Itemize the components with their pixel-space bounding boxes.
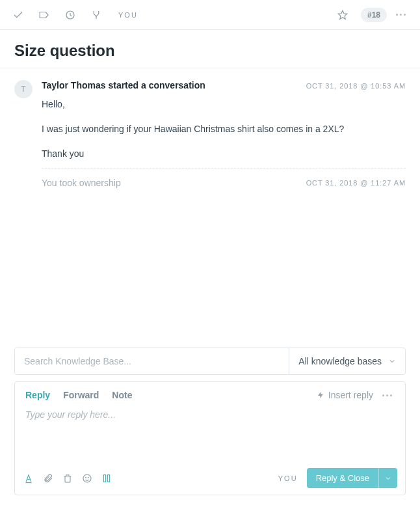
insert-reply-label: Insert reply: [328, 390, 373, 400]
message-author-line: Taylor Thomas started a conversation: [42, 80, 205, 90]
tab-note[interactable]: Note: [112, 390, 132, 400]
message-paragraph: I was just wondering if your Hawaiian Ch…: [42, 122, 406, 137]
system-event-row: You took ownership OCT 31, 2018 @ 11:27 …: [42, 168, 406, 188]
message-paragraph: Hello,: [42, 97, 406, 113]
chevron-down-icon: [388, 357, 396, 365]
conversation-title: Size question: [14, 42, 406, 60]
clock-icon[interactable]: [59, 3, 82, 27]
kb-scope-select[interactable]: All knowledge bases: [289, 348, 405, 374]
avatar[interactable]: T: [14, 80, 33, 98]
more-options-icon[interactable]: [393, 12, 408, 17]
saved-reply-icon[interactable]: [101, 473, 112, 484]
reply-more-options-icon[interactable]: [380, 393, 395, 398]
kb-search-input[interactable]: [15, 348, 289, 374]
reply-close-button[interactable]: Reply & Close: [307, 468, 378, 488]
svg-rect-8: [103, 474, 105, 482]
svg-rect-9: [107, 474, 109, 482]
knowledge-base-search: All knowledge bases: [14, 348, 406, 375]
system-event-text: You took ownership: [42, 178, 121, 188]
tab-reply[interactable]: Reply: [25, 390, 50, 400]
svg-point-6: [86, 477, 86, 478]
ticket-id-badge[interactable]: #18: [361, 8, 387, 22]
tab-forward[interactable]: Forward: [63, 390, 99, 400]
check-icon[interactable]: [7, 3, 30, 27]
kb-scope-label: All knowledge bases: [298, 356, 382, 366]
send-button-group: Reply & Close: [307, 468, 397, 488]
reply-box: Reply Forward Note Insert reply: [14, 381, 406, 495]
chevron-down-icon: [384, 474, 392, 482]
bolt-icon: [317, 391, 324, 400]
message-body: Hello, I was just wondering if your Hawa…: [42, 97, 406, 161]
reply-from-label[interactable]: YOU: [278, 474, 298, 482]
system-event-timestamp: OCT 31, 2018 @ 11:27 AM: [306, 179, 406, 187]
assigned-user-label[interactable]: YOU: [118, 11, 138, 19]
attach-icon[interactable]: [42, 473, 54, 484]
merge-icon[interactable]: [85, 3, 108, 27]
reply-input[interactable]: [15, 403, 405, 463]
svg-marker-1: [338, 10, 347, 19]
emoji-icon[interactable]: [81, 473, 93, 484]
tag-icon[interactable]: [33, 3, 56, 27]
conversation-thread: T Taylor Thomas started a conversation O…: [0, 68, 420, 188]
svg-marker-2: [318, 392, 323, 398]
message-paragraph: Thank you: [42, 146, 406, 162]
send-options-caret[interactable]: [378, 468, 397, 488]
svg-point-7: [88, 477, 89, 478]
customer-message: T Taylor Thomas started a conversation O…: [14, 68, 406, 168]
insert-reply-button[interactable]: Insert reply: [317, 390, 373, 400]
message-timestamp: OCT 31, 2018 @ 10:53 AM: [306, 82, 406, 90]
format-text-icon[interactable]: [23, 473, 34, 484]
star-icon[interactable]: [331, 3, 354, 27]
conversation-toolbar: YOU #18: [0, 0, 420, 30]
svg-point-5: [83, 474, 91, 482]
trash-icon[interactable]: [62, 473, 73, 484]
